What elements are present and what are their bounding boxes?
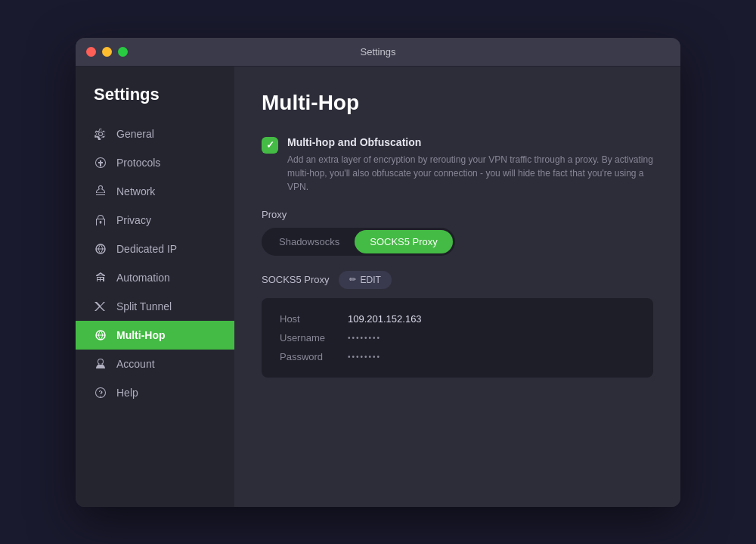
sidebar-item-label: Automation — [116, 272, 170, 284]
multi-hop-icon — [94, 328, 107, 342]
sidebar-item-label: Network — [116, 185, 155, 197]
sidebar-item-multi-hop[interactable]: Multi-Hop — [76, 321, 234, 350]
sidebar-item-label: Account — [116, 358, 155, 370]
sidebar-heading: Settings — [76, 85, 234, 120]
sidebar-item-general[interactable]: General — [76, 120, 234, 148]
username-value: •••••••• — [348, 334, 381, 342]
main-content: Multi-Hop ✓ Multi-hop and Obfuscation Ad… — [234, 67, 680, 507]
sidebar-item-label: Protocols — [116, 157, 160, 169]
sidebar-item-privacy[interactable]: Privacy — [76, 206, 234, 235]
host-key: Host — [280, 313, 348, 325]
help-icon — [94, 386, 107, 399]
password-field: Password •••••••• — [280, 351, 635, 362]
socks5-header: SOCKS5 Proxy ✏ EDIT — [262, 271, 653, 289]
gear-icon — [94, 127, 107, 141]
multi-hop-toggle-section: ✓ Multi-hop and Obfuscation Add an extra… — [262, 136, 653, 194]
sidebar-item-label: General — [116, 128, 154, 140]
account-icon — [94, 357, 107, 371]
sidebar-item-help[interactable]: Help — [76, 378, 234, 407]
sidebar-item-label: Help — [116, 387, 138, 399]
sidebar-item-automation[interactable]: Automation — [76, 263, 234, 292]
dedicated-ip-icon — [94, 242, 107, 256]
multi-hop-checkbox[interactable]: ✓ — [262, 137, 278, 154]
proxy-card: Host 109.201.152.163 Username •••••••• P… — [262, 298, 653, 378]
network-icon — [94, 185, 107, 198]
sidebar: Settings General Protocols — [76, 67, 234, 507]
socks5-section-label: SOCKS5 Proxy — [262, 274, 330, 285]
sidebar-item-label: Multi-Hop — [116, 329, 166, 341]
window-controls — [86, 47, 128, 57]
edit-button[interactable]: ✏ EDIT — [339, 271, 392, 289]
checkmark-icon: ✓ — [266, 139, 274, 151]
lock-icon — [94, 213, 107, 227]
app-window: Settings Settings General — [76, 38, 680, 507]
proxy-tab-group: Shadowsocks SOCKS5 Proxy — [262, 228, 455, 256]
close-button[interactable] — [86, 47, 96, 57]
app-body: Settings General Protocols — [76, 67, 680, 507]
sidebar-item-label: Split Tunnel — [116, 300, 172, 312]
socks5-tab[interactable]: SOCKS5 Proxy — [355, 230, 453, 253]
toggle-text-block: Multi-hop and Obfuscation Add an extra l… — [287, 136, 653, 194]
page-title: Multi-Hop — [262, 91, 653, 115]
automation-icon — [94, 271, 107, 284]
proxy-label: Proxy — [262, 209, 653, 220]
sidebar-item-dedicated-ip[interactable]: Dedicated IP — [76, 235, 234, 263]
sidebar-item-network[interactable]: Network — [76, 177, 234, 206]
host-value: 109.201.152.163 — [348, 313, 422, 325]
sidebar-item-protocols[interactable]: Protocols — [76, 148, 234, 177]
password-value: •••••••• — [348, 353, 381, 361]
edit-button-label: EDIT — [361, 275, 381, 285]
titlebar: Settings — [76, 38, 680, 67]
sidebar-item-label: Privacy — [116, 214, 151, 226]
username-key: Username — [280, 332, 348, 343]
minimize-button[interactable] — [102, 47, 112, 57]
shadowsocks-tab[interactable]: Shadowsocks — [264, 230, 355, 253]
maximize-button[interactable] — [118, 47, 128, 57]
username-field: Username •••••••• — [280, 332, 635, 343]
proxy-section: Proxy Shadowsocks SOCKS5 Proxy SOCKS5 Pr… — [262, 209, 653, 378]
toggle-description: Add an extra layer of encryption by rero… — [287, 153, 653, 194]
pencil-icon: ✏ — [349, 275, 356, 284]
host-field: Host 109.201.152.163 — [280, 313, 635, 325]
sidebar-item-split-tunnel[interactable]: Split Tunnel — [76, 292, 234, 321]
sidebar-item-label: Dedicated IP — [116, 243, 177, 255]
toggle-label: Multi-hop and Obfuscation — [287, 136, 653, 148]
protocols-icon — [94, 156, 107, 169]
sidebar-item-account[interactable]: Account — [76, 350, 234, 378]
window-title: Settings — [361, 46, 396, 58]
password-key: Password — [280, 351, 348, 362]
split-tunnel-icon — [94, 300, 107, 313]
